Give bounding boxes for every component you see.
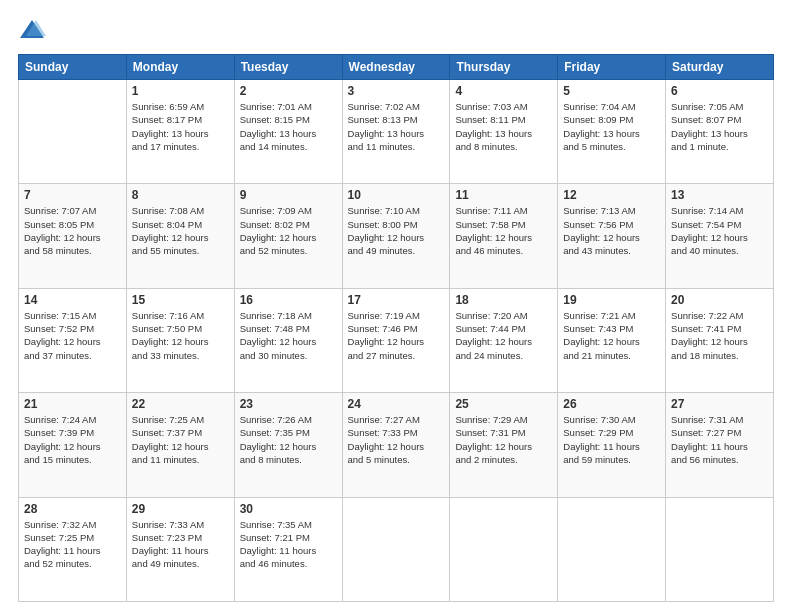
calendar-cell: 30Sunrise: 7:35 AM Sunset: 7:21 PM Dayli… [234,497,342,601]
calendar-week-row: 28Sunrise: 7:32 AM Sunset: 7:25 PM Dayli… [19,497,774,601]
day-info: Sunrise: 7:24 AM Sunset: 7:39 PM Dayligh… [24,413,121,466]
calendar-cell: 15Sunrise: 7:16 AM Sunset: 7:50 PM Dayli… [126,288,234,392]
day-number: 2 [240,84,337,98]
calendar-cell: 22Sunrise: 7:25 AM Sunset: 7:37 PM Dayli… [126,393,234,497]
day-number: 25 [455,397,552,411]
day-number: 15 [132,293,229,307]
day-info: Sunrise: 7:35 AM Sunset: 7:21 PM Dayligh… [240,518,337,571]
day-info: Sunrise: 7:01 AM Sunset: 8:15 PM Dayligh… [240,100,337,153]
day-info: Sunrise: 7:26 AM Sunset: 7:35 PM Dayligh… [240,413,337,466]
logo-icon [18,16,46,44]
day-number: 16 [240,293,337,307]
day-number: 1 [132,84,229,98]
calendar-cell [450,497,558,601]
day-number: 3 [348,84,445,98]
calendar-table: SundayMondayTuesdayWednesdayThursdayFrid… [18,54,774,602]
day-number: 23 [240,397,337,411]
calendar-cell: 11Sunrise: 7:11 AM Sunset: 7:58 PM Dayli… [450,184,558,288]
calendar-cell: 29Sunrise: 7:33 AM Sunset: 7:23 PM Dayli… [126,497,234,601]
day-info: Sunrise: 7:09 AM Sunset: 8:02 PM Dayligh… [240,204,337,257]
day-number: 4 [455,84,552,98]
page: SundayMondayTuesdayWednesdayThursdayFrid… [0,0,792,612]
day-number: 28 [24,502,121,516]
day-number: 27 [671,397,768,411]
calendar-cell: 2Sunrise: 7:01 AM Sunset: 8:15 PM Daylig… [234,80,342,184]
day-number: 21 [24,397,121,411]
day-number: 20 [671,293,768,307]
calendar-cell: 19Sunrise: 7:21 AM Sunset: 7:43 PM Dayli… [558,288,666,392]
calendar-cell: 20Sunrise: 7:22 AM Sunset: 7:41 PM Dayli… [666,288,774,392]
day-info: Sunrise: 7:19 AM Sunset: 7:46 PM Dayligh… [348,309,445,362]
calendar-cell: 6Sunrise: 7:05 AM Sunset: 8:07 PM Daylig… [666,80,774,184]
calendar-week-row: 1Sunrise: 6:59 AM Sunset: 8:17 PM Daylig… [19,80,774,184]
day-info: Sunrise: 6:59 AM Sunset: 8:17 PM Dayligh… [132,100,229,153]
header [18,16,774,44]
calendar-cell: 25Sunrise: 7:29 AM Sunset: 7:31 PM Dayli… [450,393,558,497]
day-info: Sunrise: 7:16 AM Sunset: 7:50 PM Dayligh… [132,309,229,362]
day-info: Sunrise: 7:07 AM Sunset: 8:05 PM Dayligh… [24,204,121,257]
calendar-cell [666,497,774,601]
day-info: Sunrise: 7:30 AM Sunset: 7:29 PM Dayligh… [563,413,660,466]
calendar-cell: 23Sunrise: 7:26 AM Sunset: 7:35 PM Dayli… [234,393,342,497]
calendar-cell: 17Sunrise: 7:19 AM Sunset: 7:46 PM Dayli… [342,288,450,392]
day-info: Sunrise: 7:14 AM Sunset: 7:54 PM Dayligh… [671,204,768,257]
weekday-header: Tuesday [234,55,342,80]
weekday-header-row: SundayMondayTuesdayWednesdayThursdayFrid… [19,55,774,80]
day-number: 6 [671,84,768,98]
day-info: Sunrise: 7:08 AM Sunset: 8:04 PM Dayligh… [132,204,229,257]
calendar-cell [558,497,666,601]
day-number: 8 [132,188,229,202]
day-info: Sunrise: 7:25 AM Sunset: 7:37 PM Dayligh… [132,413,229,466]
day-info: Sunrise: 7:05 AM Sunset: 8:07 PM Dayligh… [671,100,768,153]
day-info: Sunrise: 7:11 AM Sunset: 7:58 PM Dayligh… [455,204,552,257]
calendar-cell: 5Sunrise: 7:04 AM Sunset: 8:09 PM Daylig… [558,80,666,184]
calendar-week-row: 14Sunrise: 7:15 AM Sunset: 7:52 PM Dayli… [19,288,774,392]
day-number: 10 [348,188,445,202]
calendar-cell: 18Sunrise: 7:20 AM Sunset: 7:44 PM Dayli… [450,288,558,392]
calendar-week-row: 21Sunrise: 7:24 AM Sunset: 7:39 PM Dayli… [19,393,774,497]
weekday-header: Saturday [666,55,774,80]
calendar-cell: 3Sunrise: 7:02 AM Sunset: 8:13 PM Daylig… [342,80,450,184]
day-number: 22 [132,397,229,411]
calendar-cell: 24Sunrise: 7:27 AM Sunset: 7:33 PM Dayli… [342,393,450,497]
weekday-header: Sunday [19,55,127,80]
calendar-cell: 1Sunrise: 6:59 AM Sunset: 8:17 PM Daylig… [126,80,234,184]
day-number: 7 [24,188,121,202]
day-number: 5 [563,84,660,98]
day-info: Sunrise: 7:32 AM Sunset: 7:25 PM Dayligh… [24,518,121,571]
calendar-cell: 27Sunrise: 7:31 AM Sunset: 7:27 PM Dayli… [666,393,774,497]
day-number: 17 [348,293,445,307]
calendar-cell: 10Sunrise: 7:10 AM Sunset: 8:00 PM Dayli… [342,184,450,288]
day-info: Sunrise: 7:29 AM Sunset: 7:31 PM Dayligh… [455,413,552,466]
day-number: 19 [563,293,660,307]
day-info: Sunrise: 7:04 AM Sunset: 8:09 PM Dayligh… [563,100,660,153]
day-number: 29 [132,502,229,516]
day-info: Sunrise: 7:10 AM Sunset: 8:00 PM Dayligh… [348,204,445,257]
day-number: 9 [240,188,337,202]
day-number: 18 [455,293,552,307]
day-info: Sunrise: 7:02 AM Sunset: 8:13 PM Dayligh… [348,100,445,153]
day-number: 30 [240,502,337,516]
day-number: 24 [348,397,445,411]
day-info: Sunrise: 7:31 AM Sunset: 7:27 PM Dayligh… [671,413,768,466]
calendar-cell: 9Sunrise: 7:09 AM Sunset: 8:02 PM Daylig… [234,184,342,288]
day-info: Sunrise: 7:20 AM Sunset: 7:44 PM Dayligh… [455,309,552,362]
day-info: Sunrise: 7:03 AM Sunset: 8:11 PM Dayligh… [455,100,552,153]
weekday-header: Friday [558,55,666,80]
day-number: 13 [671,188,768,202]
weekday-header: Thursday [450,55,558,80]
day-info: Sunrise: 7:13 AM Sunset: 7:56 PM Dayligh… [563,204,660,257]
day-info: Sunrise: 7:21 AM Sunset: 7:43 PM Dayligh… [563,309,660,362]
day-info: Sunrise: 7:27 AM Sunset: 7:33 PM Dayligh… [348,413,445,466]
day-number: 26 [563,397,660,411]
calendar-cell: 7Sunrise: 7:07 AM Sunset: 8:05 PM Daylig… [19,184,127,288]
calendar-cell: 12Sunrise: 7:13 AM Sunset: 7:56 PM Dayli… [558,184,666,288]
calendar-cell: 28Sunrise: 7:32 AM Sunset: 7:25 PM Dayli… [19,497,127,601]
calendar-cell [19,80,127,184]
day-number: 11 [455,188,552,202]
calendar-cell: 26Sunrise: 7:30 AM Sunset: 7:29 PM Dayli… [558,393,666,497]
calendar-cell [342,497,450,601]
day-info: Sunrise: 7:33 AM Sunset: 7:23 PM Dayligh… [132,518,229,571]
calendar-cell: 8Sunrise: 7:08 AM Sunset: 8:04 PM Daylig… [126,184,234,288]
calendar-week-row: 7Sunrise: 7:07 AM Sunset: 8:05 PM Daylig… [19,184,774,288]
